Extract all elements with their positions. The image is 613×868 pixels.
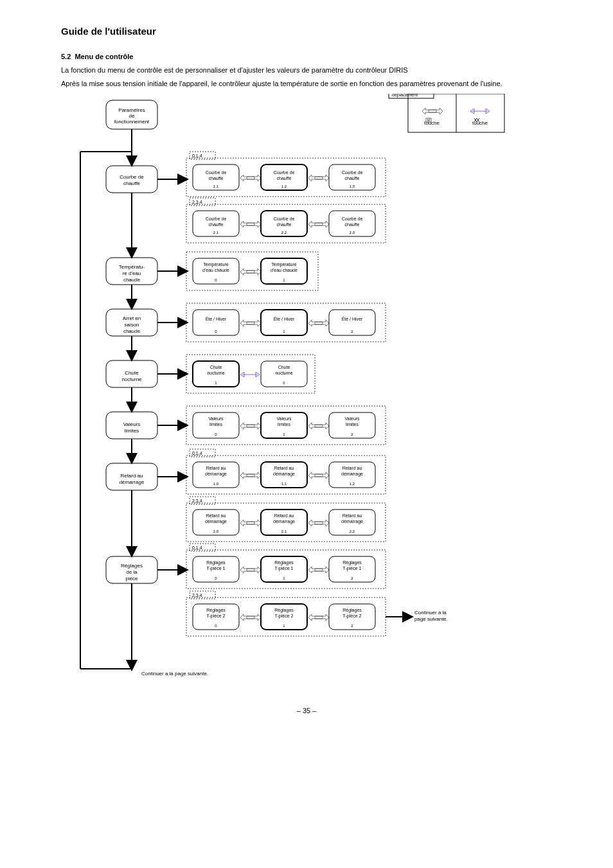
- svg-text:1: 1: [283, 432, 285, 436]
- svg-text:de la: de la: [126, 569, 138, 575]
- svg-text:2,3,4: 2,3,4: [192, 593, 202, 598]
- svg-text:T-pièce 2: T-pièce 2: [275, 614, 294, 619]
- svg-text:page suivante.: page suivante.: [414, 616, 448, 622]
- svg-text:T-pièce 1: T-pièce 1: [207, 566, 226, 571]
- svg-text:Retard au: Retard au: [342, 513, 362, 518]
- svg-text:1: 1: [283, 330, 285, 333]
- svg-text:0: 0: [215, 330, 217, 333]
- svg-text:0: 0: [215, 278, 217, 282]
- svg-text:démarrage: démarrage: [273, 519, 295, 524]
- flowchart: Touche de déplacement touche touche M Pa…: [61, 94, 549, 691]
- svg-text:Retard au: Retard au: [342, 466, 362, 470]
- section-p1: La fonction du menu de contrôle est de p…: [61, 66, 552, 75]
- svg-text:déplacement: déplacement: [392, 94, 418, 98]
- svg-text:2: 2: [351, 576, 353, 580]
- legend-box: Touche de déplacement touche touche M: [389, 94, 504, 132]
- svg-text:Courbe de: Courbe de: [120, 174, 144, 180]
- svg-text:Arret en: Arret en: [123, 315, 141, 321]
- svg-text:Valeurs: Valeurs: [344, 416, 360, 421]
- svg-text:chauffe: chauffe: [123, 181, 141, 186]
- svg-text:touche: touche: [424, 120, 440, 126]
- svg-text:Courbe de: Courbe de: [342, 217, 363, 221]
- svg-text:2,1: 2,1: [213, 231, 219, 235]
- page-footer: – 35 –: [61, 707, 552, 714]
- svg-text:0: 0: [215, 576, 217, 580]
- svg-text:Réglages: Réglages: [274, 608, 294, 613]
- svg-text:0,1,4: 0,1,4: [192, 451, 202, 456]
- svg-text:Continuer a la: Continuer a la: [414, 610, 447, 616]
- svg-text:Réglages: Réglages: [206, 608, 226, 613]
- svg-text:démarrage: démarrage: [205, 472, 227, 477]
- svg-text:limites: limites: [125, 428, 139, 434]
- svg-text:limites: limites: [346, 422, 359, 427]
- svg-text:Température: Température: [203, 262, 228, 267]
- svg-text:limites: limites: [278, 422, 290, 427]
- svg-text:Courbe de: Courbe de: [206, 217, 227, 221]
- svg-text:2,0: 2,0: [350, 231, 355, 235]
- svg-text:0: 0: [283, 381, 285, 385]
- svg-text:Été / Hiver: Été / Hiver: [206, 316, 227, 321]
- svg-text:chauffe: chauffe: [209, 176, 224, 181]
- svg-text:2,0: 2,0: [213, 529, 219, 533]
- svg-text:0,1,4: 0,1,4: [192, 154, 202, 158]
- section-p2: Après la mise sous tension initiale de l…: [61, 79, 552, 89]
- svg-text:Courbe de: Courbe de: [274, 170, 295, 175]
- svg-text:chauffe: chauffe: [345, 176, 360, 181]
- svg-text:1: 1: [215, 381, 217, 385]
- section-title: Menu de contrôle: [75, 53, 133, 60]
- svg-text:d'eau chaude: d'eau chaude: [271, 268, 298, 272]
- svg-text:1,2: 1,2: [350, 482, 355, 486]
- svg-text:2,3,4: 2,3,4: [192, 499, 202, 503]
- svg-text:2,2: 2,2: [350, 529, 355, 533]
- svg-text:0: 0: [215, 432, 217, 436]
- svg-text:Retard au: Retard au: [274, 513, 294, 518]
- svg-text:nocturne: nocturne: [207, 371, 224, 375]
- svg-text:Paramètres: Paramètres: [118, 107, 145, 113]
- svg-text:Chute: Chute: [278, 365, 290, 369]
- svg-text:0: 0: [215, 624, 217, 628]
- svg-text:1,2: 1,2: [281, 184, 287, 188]
- svg-text:1,1: 1,1: [281, 482, 287, 486]
- svg-text:Courbe de: Courbe de: [274, 217, 295, 221]
- svg-text:Réglages: Réglages: [274, 560, 294, 565]
- svg-text:de: de: [129, 113, 135, 119]
- svg-text:Réglages: Réglages: [342, 560, 362, 565]
- svg-text:Retard au: Retard au: [206, 466, 226, 470]
- svg-text:démarrage: démarrage: [205, 519, 227, 524]
- svg-text:Été / Hiver: Été / Hiver: [342, 316, 363, 321]
- svg-text:Retard au: Retard au: [120, 473, 143, 479]
- svg-text:M: M: [427, 118, 430, 122]
- svg-text:2: 2: [351, 432, 353, 436]
- svg-text:Températu-: Températu-: [119, 264, 145, 270]
- svg-text:0,1,4: 0,1,4: [192, 545, 202, 550]
- svg-text:T-pièce 1: T-pièce 1: [343, 566, 362, 571]
- svg-text:T-pièce 1: T-pièce 1: [275, 566, 294, 571]
- svg-text:démarrage: démarrage: [341, 519, 363, 524]
- svg-text:chauffe: chauffe: [277, 222, 292, 227]
- svg-text:démarrage: démarrage: [120, 479, 145, 485]
- svg-text:chauffe: chauffe: [209, 222, 224, 227]
- svg-text:Retard au: Retard au: [274, 466, 294, 470]
- svg-text:1,0: 1,0: [350, 184, 355, 188]
- svg-text:nocturne: nocturne: [121, 376, 142, 382]
- svg-text:d'eau chaude: d'eau chaude: [202, 268, 229, 272]
- svg-text:Valeurs: Valeurs: [208, 416, 224, 421]
- svg-text:Chute: Chute: [210, 365, 222, 369]
- svg-text:pièce: pièce: [125, 576, 138, 581]
- svg-text:Continuer a la page suivante.: Continuer a la page suivante.: [141, 671, 208, 677]
- svg-text:Réglages: Réglages: [342, 608, 362, 613]
- svg-text:Réglages: Réglages: [206, 560, 226, 565]
- svg-text:saison: saison: [124, 322, 139, 328]
- svg-text:1: 1: [283, 278, 285, 282]
- svg-text:1: 1: [283, 624, 285, 628]
- svg-text:2: 2: [351, 624, 353, 628]
- svg-text:Valeurs: Valeurs: [123, 421, 141, 427]
- svg-text:Retard au: Retard au: [206, 513, 226, 518]
- svg-text:Réglages: Réglages: [121, 563, 143, 569]
- svg-text:Valeurs: Valeurs: [276, 416, 292, 421]
- svg-text:Température: Température: [271, 262, 296, 267]
- svg-text:chaude: chaude: [123, 277, 141, 283]
- section-number: 5.2: [61, 53, 71, 60]
- svg-text:limites: limites: [209, 422, 222, 427]
- svg-text:chauffe: chauffe: [345, 222, 360, 227]
